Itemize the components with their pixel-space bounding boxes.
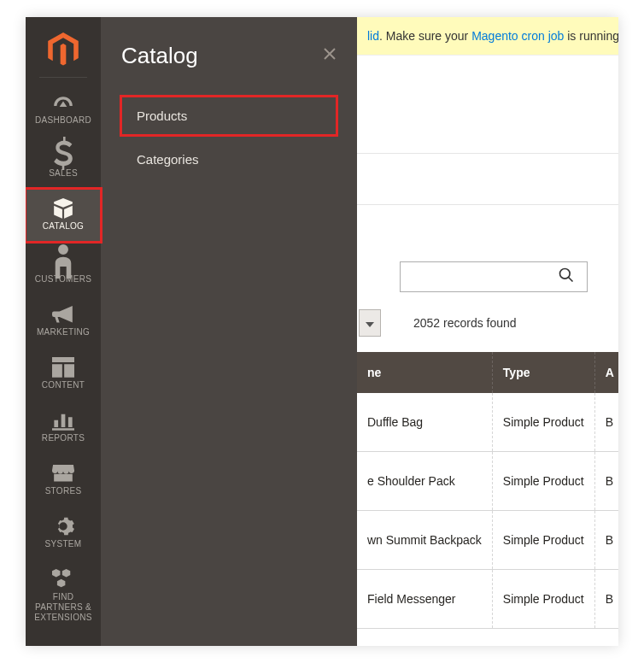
cell-type: Simple Product — [492, 570, 594, 629]
flyout-item-label: Products — [137, 109, 187, 123]
products-table: ne Type A Duffle Bag Simple Product B e … — [357, 352, 618, 629]
cell-a: B — [594, 452, 618, 511]
cell-type: Simple Product — [492, 511, 594, 570]
cell-name: Duffle Bag — [357, 393, 492, 452]
sidebar-item-customers[interactable]: CUSTOMERS — [26, 242, 101, 295]
divider — [39, 77, 87, 78]
spacer — [357, 205, 618, 253]
sidebar-item-label: CUSTOMERS — [35, 274, 91, 285]
cell-a: B — [594, 570, 618, 629]
sidebar-item-system[interactable]: SYSTEM — [26, 507, 101, 560]
flyout-item-categories[interactable]: Categories — [121, 140, 337, 179]
svg-line-1 — [569, 278, 573, 282]
main-content: lid. Make sure your Magento cron job is … — [357, 17, 618, 646]
close-icon[interactable] — [323, 47, 337, 65]
notice-fragment: lid — [367, 29, 379, 43]
spacer — [357, 56, 618, 154]
sidebar-item-marketing[interactable]: MARKETING — [26, 295, 101, 348]
sidebar-item-sales[interactable]: SALES — [26, 136, 101, 189]
system-notice: lid. Make sure your Magento cron job is … — [357, 17, 618, 56]
sidebar-item-label: CONTENT — [42, 380, 85, 390]
actions-dropdown[interactable] — [359, 309, 381, 337]
cell-name: Field Messenger — [357, 570, 492, 629]
blocks-icon — [52, 570, 74, 589]
table-row[interactable]: Duffle Bag Simple Product B — [357, 393, 618, 452]
cell-a: B — [594, 511, 618, 570]
table-row[interactable]: e Shoulder Pack Simple Product B — [357, 452, 618, 511]
column-header-type[interactable]: Type — [492, 352, 594, 393]
storefront-icon — [52, 464, 74, 483]
sidebar-item-label: SYSTEM — [45, 539, 82, 549]
search-icon — [558, 267, 575, 287]
search-input[interactable] — [400, 261, 588, 292]
spacer — [357, 154, 618, 205]
dollar-icon — [52, 146, 74, 165]
cell-name: e Shoulder Pack — [357, 452, 492, 511]
sidebar-item-label: CATALOG — [43, 221, 84, 232]
sidebar-item-content[interactable]: CONTENT — [26, 348, 101, 401]
cell-a: B — [594, 393, 618, 452]
sidebar-item-label: DASHBOARD — [35, 115, 91, 126]
catalog-flyout: Catalog Products Categories — [101, 17, 357, 646]
cell-type: Simple Product — [492, 452, 594, 511]
cell-type: Simple Product — [492, 393, 594, 452]
admin-sidebar: DASHBOARD SALES CATALOG CUSTOMERS MARKET — [26, 17, 101, 646]
sidebar-item-label: FIND PARTNERS & EXTENSIONS — [29, 592, 97, 623]
chevron-down-icon — [366, 317, 374, 330]
cron-job-link[interactable]: Magento cron job — [471, 29, 564, 43]
svg-point-0 — [560, 269, 571, 279]
dashboard-icon — [52, 93, 74, 112]
sidebar-item-label: MARKETING — [37, 327, 90, 337]
notice-text: is running. — [564, 29, 618, 43]
sidebar-item-reports[interactable]: REPORTS — [26, 401, 101, 454]
person-icon — [52, 252, 74, 271]
sidebar-item-partners[interactable]: FIND PARTNERS & EXTENSIONS — [26, 560, 101, 633]
bars-icon — [52, 411, 74, 430]
layout-icon — [52, 358, 74, 377]
cell-name: wn Summit Backpack — [357, 511, 492, 570]
column-header-name[interactable]: ne — [357, 352, 492, 393]
notice-text: . Make sure your — [379, 29, 471, 43]
sidebar-item-label: STORES — [45, 486, 82, 496]
sidebar-item-label: REPORTS — [42, 433, 85, 443]
magento-logo[interactable] — [26, 17, 101, 77]
column-header-a[interactable]: A — [594, 352, 618, 393]
sidebar-item-dashboard[interactable]: DASHBOARD — [26, 83, 101, 136]
flyout-item-products[interactable]: Products — [121, 97, 337, 135]
gear-icon — [52, 517, 74, 536]
table-row[interactable]: Field Messenger Simple Product B — [357, 570, 618, 629]
megaphone-icon — [52, 305, 74, 324]
sidebar-item-stores[interactable]: STORES — [26, 454, 101, 507]
sidebar-item-catalog[interactable]: CATALOG — [26, 189, 101, 242]
table-row[interactable]: wn Summit Backpack Simple Product B — [357, 511, 618, 570]
flyout-title: Catalog — [121, 43, 198, 69]
records-count: 2052 records found — [413, 316, 517, 330]
flyout-item-label: Categories — [137, 152, 199, 167]
box-icon — [52, 199, 74, 218]
sidebar-item-label: SALES — [49, 168, 78, 179]
